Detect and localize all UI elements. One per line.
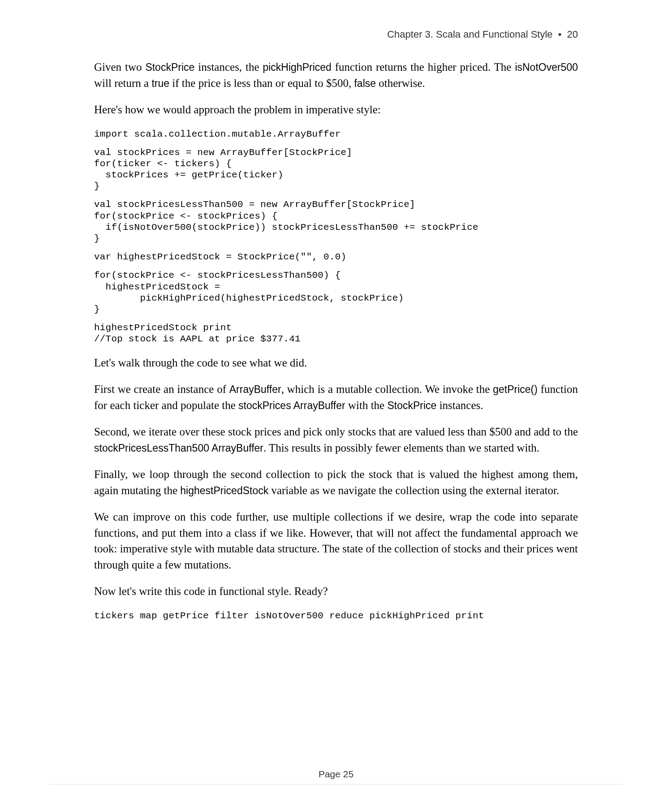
code-inline: StockPrice <box>387 400 436 411</box>
code-inline: true <box>151 78 169 89</box>
paragraph-2: Here's how we would approach the problem… <box>94 102 578 118</box>
paragraph-4: First we create an instance of ArrayBuff… <box>94 381 578 413</box>
footer-rule <box>49 784 623 784</box>
code-block-4: var highestPricedStock = StockPrice("", … <box>94 251 578 263</box>
header-bullet: • <box>558 29 562 40</box>
code-inline: isNotOver500 <box>515 61 578 73</box>
paragraph-3: Let's walk through the code to see what … <box>94 355 578 371</box>
code-inline: ArrayBuffer <box>229 384 281 395</box>
code-block-5: for(stockPrice <- stockPricesLessThan500… <box>94 270 578 315</box>
page-footer: Page 25 <box>0 769 672 784</box>
code-inline: false <box>354 78 376 89</box>
code-block-1: import scala.collection.mutable.ArrayBuf… <box>94 129 578 140</box>
page-header: Chapter 3. Scala and Functional Style • … <box>94 27 578 40</box>
paragraph-7: We can improve on this code further, use… <box>94 509 578 573</box>
paragraph-5: Second, we iterate over these stock pric… <box>94 424 578 456</box>
code-inline: getPrice() <box>493 384 538 395</box>
page: Chapter 3. Scala and Functional Style • … <box>0 0 672 806</box>
code-block-7: tickers map getPrice filter isNotOver500… <box>94 610 578 621</box>
code-inline: pickHighPriced <box>263 61 331 73</box>
code-inline: stockPrices ArrayBuffer <box>238 400 345 411</box>
paragraph-1: Given two StockPrice instances, the pick… <box>94 59 578 91</box>
code-inline: highestPricedStock <box>180 485 268 496</box>
chapter-page-number: 20 <box>567 29 578 40</box>
paragraph-8: Now let's write this code in functional … <box>94 583 578 599</box>
paragraph-6: Finally, we loop through the second coll… <box>94 466 578 498</box>
page-number: Page 25 <box>319 769 353 779</box>
code-block-3: val stockPricesLessThan500 = new ArrayBu… <box>94 199 578 244</box>
code-block-2: val stockPrices = new ArrayBuffer[StockP… <box>94 147 578 192</box>
code-inline: stockPricesLessThan500 ArrayBuffer <box>94 442 263 454</box>
chapter-label: Chapter 3. Scala and Functional Style <box>387 29 552 40</box>
code-inline: StockPrice <box>145 61 194 73</box>
code-block-6: highestPricedStock print //Top stock is … <box>94 322 578 345</box>
